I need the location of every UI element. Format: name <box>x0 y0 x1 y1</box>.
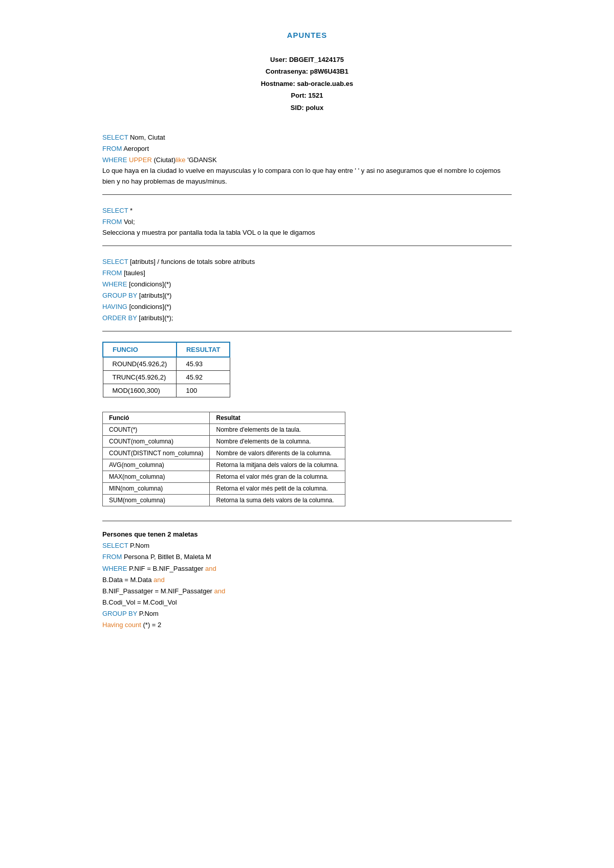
table-cell: Retorna el valor més gran de la columna. <box>210 471 345 483</box>
credential-user: User: DBGEIT_1424175 <box>102 54 512 65</box>
sql-last-text-3b: P.NIF = B.NIF_Passatger <box>129 565 203 572</box>
sql-last-text-8: (*) = 2 <box>141 621 161 629</box>
sql-last-text-4: B.Data = M.Data <box>102 576 151 584</box>
keyword-where-3: WHERE <box>102 280 127 288</box>
sql-last-line-3: WHERE P.NIF = B.NIF_Passatger and <box>102 563 512 574</box>
keyword-and-3: and <box>214 587 226 595</box>
sql-line-s3-2: FROM [taules] <box>102 268 512 279</box>
sql-block-3: SELECT [atributs] / funcions de totals s… <box>102 256 512 324</box>
credentials-block: User: DBGEIT_1424175 Contrasenya: p8W6U4… <box>102 54 512 114</box>
table-row: AVG(nom_columna)Retorna la mitjana dels … <box>103 459 345 471</box>
sql-line-s2-1: SELECT * <box>102 205 512 216</box>
table-cell: AVG(nom_columna) <box>103 459 210 471</box>
table-row: COUNT(*)Nombre d'elements de la taula. <box>103 424 345 436</box>
page-title: APUNTES <box>102 31 512 39</box>
section-select-nom: SELECT Nom, Ciutat FROM Aeroport WHERE U… <box>102 132 512 195</box>
credential-password: Contrasenya: p8W6U43B1 <box>102 65 512 77</box>
table-cell: MAX(nom_columna) <box>103 471 210 483</box>
section-select-vol: SELECT * FROM Vol; Selecciona y muestra … <box>102 205 512 246</box>
keyword-from-1: FROM <box>102 145 122 152</box>
sql-last-line-5: B.NIF_Passatger = M.NIF_Passatger and <box>102 586 512 597</box>
table-row: COUNT(nom_columna)Nombre d'elements de l… <box>103 436 345 448</box>
table-cell: 45.93 <box>177 357 230 371</box>
keyword-and-1: and <box>205 565 216 572</box>
keyword-groupby-3: GROUP BY <box>102 292 137 299</box>
table-funcions-small: Funció Resultat COUNT(*)Nombre d'element… <box>102 412 512 506</box>
plain-table-2: Funció Resultat COUNT(*)Nombre d'element… <box>102 412 345 506</box>
sql-last-text-2: Persona P, Bitllet B, Maleta M <box>122 553 211 561</box>
keyword-upper: UPPER <box>129 156 152 164</box>
credential-sid: SID: polux <box>102 102 512 114</box>
table-cell: Nombre d'elements de la columna. <box>210 436 345 448</box>
keyword-where-1: WHERE <box>102 156 127 164</box>
keyword-from-3: FROM <box>102 269 122 277</box>
sql-line-3: WHERE UPPER (Ciutat)like 'GDANSK <box>102 154 512 166</box>
table-cell: MIN(nom_columna) <box>103 483 210 495</box>
table-row: TRUNC(45.926,2)45.92 <box>103 371 230 384</box>
sql-last-line-6: B.Codi_Vol = M.Codi_Vol <box>102 597 512 608</box>
sql-text-s3-5: [condicions](*) <box>127 303 171 310</box>
table-row: COUNT(DISTINCT nom_columna)Nombre de val… <box>103 448 345 459</box>
sql-last-line-1: SELECT P.Nom <box>102 540 512 551</box>
col-header-resultat: RESULTAT <box>177 342 230 357</box>
sql-text-s3-4: [atributs](*) <box>137 292 171 299</box>
sql-block-1: SELECT Nom, Ciutat FROM Aeroport WHERE U… <box>102 132 512 187</box>
sql-line-s3-1: SELECT [atributs] / funcions de totals s… <box>102 256 512 268</box>
table-cell: MOD(1600,300) <box>103 384 177 397</box>
sql-text-s3-1: [atributs] / funcions de totals sobre at… <box>128 258 255 265</box>
sql-text-s3-3: [condicions](*) <box>127 280 171 288</box>
section-persones-title: Persones que tenen 2 maletas <box>102 530 512 538</box>
sql-text-s2-2: Vol; <box>122 218 135 226</box>
sql-line-s3-6: ORDER BY [atributs](*); <box>102 313 512 324</box>
table-cell: Retorna la mitjana dels valors de la col… <box>210 459 345 471</box>
divider-1 <box>102 194 512 195</box>
sql-text-s3-6: [atributs](*); <box>137 314 173 322</box>
sql-text-s2-1: * <box>128 207 133 214</box>
sql-block-2: SELECT * FROM Vol; Selecciona y muestra … <box>102 205 512 238</box>
table-row: ROUND(45.926,2)45.93 <box>103 357 230 371</box>
keyword-from-2: FROM <box>102 218 122 226</box>
sql-last-text-5: B.NIF_Passatger = M.NIF_Passatger <box>102 587 212 595</box>
table-cell: Retorna la suma dels valors de la column… <box>210 495 345 506</box>
col-header-resultat-small: Resultat <box>210 412 345 424</box>
sql-last-line-7: GROUP BY P.Nom <box>102 608 512 619</box>
sql-line-2: FROM Aeroport <box>102 143 512 154</box>
keyword-select-last: SELECT <box>102 542 128 549</box>
sql-last-text-6: B.Codi_Vol = M.Codi_Vol <box>102 598 177 606</box>
col-header-funcio: FUNCIO <box>103 342 177 357</box>
comment-1: Lo que haya en la ciudad lo vuelve en ma… <box>102 166 512 187</box>
sql-line-1: SELECT Nom, Ciutat <box>102 132 512 143</box>
keyword-from-last: FROM <box>102 553 122 561</box>
table-cell: SUM(nom_columna) <box>103 495 210 506</box>
sql-line-s2-2: FROM Vol; <box>102 216 512 228</box>
keyword-having-3: HAVING <box>102 303 127 310</box>
styled-table-1: FUNCIO RESULTAT ROUND(45.926,2)45.93TRUN… <box>102 342 230 397</box>
section-select-template: SELECT [atributs] / funcions de totals s… <box>102 256 512 332</box>
table-cell: COUNT(DISTINCT nom_columna) <box>103 448 210 459</box>
keyword-and-2: and <box>154 576 165 584</box>
table-cell: Retorna el valor més petit de la columna… <box>210 483 345 495</box>
sql-last-line-4: B.Data = M.Data and <box>102 574 512 586</box>
keyword-having-count: Having count <box>102 621 141 629</box>
credential-port: Port: 1521 <box>102 90 512 101</box>
col-header-funcio-small: Funció <box>103 412 210 424</box>
sql-block-last: SELECT P.Nom FROM Persona P, Bitllet B, … <box>102 540 512 631</box>
sql-line-s3-5: HAVING [condicions](*) <box>102 301 512 313</box>
keyword-like: like <box>176 156 186 164</box>
keyword-where-last: WHERE <box>102 565 127 572</box>
table-row: MIN(nom_columna)Retorna el valor més pet… <box>103 483 345 495</box>
table-row: MOD(1600,300)100 <box>103 384 230 397</box>
sql-text-s3-2: [taules] <box>122 269 145 277</box>
sql-last-line-8: Having count (*) = 2 <box>102 619 512 631</box>
table-row: MAX(nom_columna)Retorna el valor més gra… <box>103 471 345 483</box>
keyword-groupby-last: GROUP BY <box>102 610 137 617</box>
sql-text-2: Aeroport <box>122 145 149 152</box>
credential-hostname: Hostname: sab-oracle.uab.es <box>102 78 512 90</box>
table-cell: ROUND(45.926,2) <box>103 357 177 371</box>
keyword-select-2: SELECT <box>102 207 128 214</box>
section-persones: Persones que tenen 2 maletas SELECT P.No… <box>102 530 512 631</box>
keyword-select-1: SELECT <box>102 133 128 141</box>
divider-2 <box>102 246 512 246</box>
table-cell: COUNT(*) <box>103 424 210 436</box>
divider-3 <box>102 331 512 331</box>
